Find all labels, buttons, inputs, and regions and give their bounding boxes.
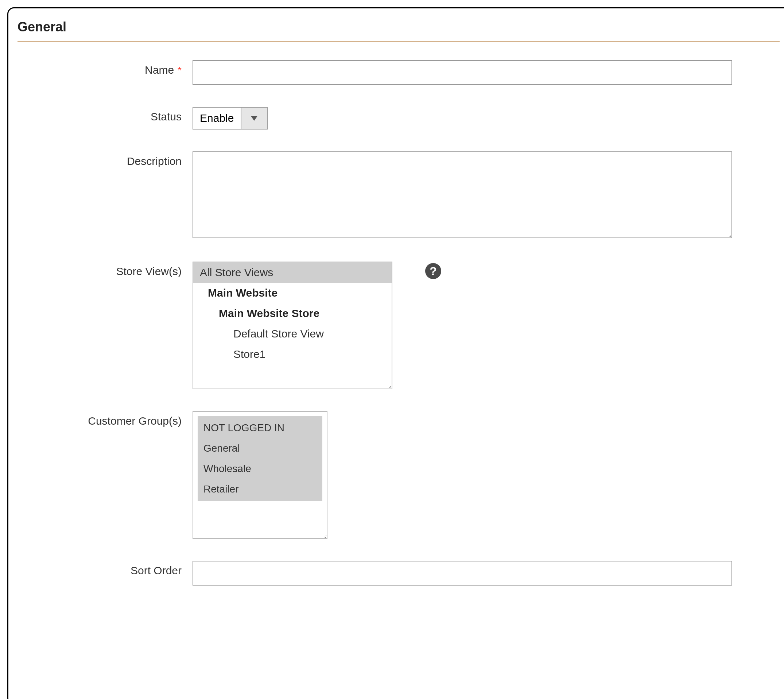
section-divider (18, 41, 780, 42)
sort-order-input[interactable] (192, 561, 732, 586)
status-label-wrap: Status (18, 107, 192, 123)
name-label-wrap: Name * (18, 60, 192, 76)
description-textarea[interactable] (192, 151, 732, 238)
required-star-icon: * (178, 65, 182, 76)
field-row-store-views: Store View(s) All Store ViewsMain Websit… (18, 262, 780, 389)
customer-group-option[interactable]: Wholesale (198, 459, 323, 479)
customer-group-option[interactable]: Retailer (198, 479, 323, 499)
customer-group-option[interactable]: NOT LOGGED IN (198, 418, 323, 438)
store-view-option[interactable]: Main Website (193, 283, 392, 303)
help-icon[interactable]: ? (425, 263, 441, 279)
status-select-value: Enable (193, 108, 241, 129)
field-row-customer-groups: Customer Group(s) NOT LOGGED INGeneralWh… (18, 411, 780, 539)
general-form: General Name * Status Enable Description (7, 7, 784, 699)
description-label-wrap: Description (18, 151, 192, 167)
store-view-option[interactable]: All Store Views (193, 262, 392, 283)
store-views-label: Store View(s) (116, 265, 182, 278)
help-icon-glyph: ? (430, 265, 437, 278)
customer-groups-inner: NOT LOGGED INGeneralWholesaleRetailer (198, 416, 323, 501)
status-select-toggle[interactable] (241, 108, 267, 129)
section-title: General (18, 19, 780, 35)
store-views-listbox[interactable]: All Store ViewsMain WebsiteMain Website … (192, 262, 392, 389)
customer-groups-label: Customer Group(s) (88, 415, 182, 427)
status-select[interactable]: Enable (192, 107, 268, 129)
customer-group-option[interactable]: General (198, 438, 323, 459)
status-label: Status (151, 111, 182, 123)
store-view-option[interactable]: Main Website Store (193, 303, 392, 324)
field-row-sort-order: Sort Order (18, 561, 780, 586)
store-view-option[interactable]: Store1 (193, 344, 392, 364)
description-label: Description (127, 155, 182, 167)
field-row-name: Name * (18, 60, 780, 85)
field-row-status: Status Enable (18, 107, 780, 129)
customer-groups-listbox[interactable]: NOT LOGGED INGeneralWholesaleRetailer (192, 411, 327, 539)
field-row-description: Description (18, 151, 780, 240)
sort-order-label-wrap: Sort Order (18, 561, 192, 577)
chevron-down-icon (251, 116, 258, 121)
store-view-option[interactable]: Default Store View (193, 324, 392, 344)
customer-groups-label-wrap: Customer Group(s) (18, 411, 192, 427)
name-label: Name (145, 64, 174, 76)
store-views-label-wrap: Store View(s) (18, 262, 192, 278)
sort-order-label: Sort Order (131, 564, 182, 577)
name-input[interactable] (192, 60, 732, 85)
